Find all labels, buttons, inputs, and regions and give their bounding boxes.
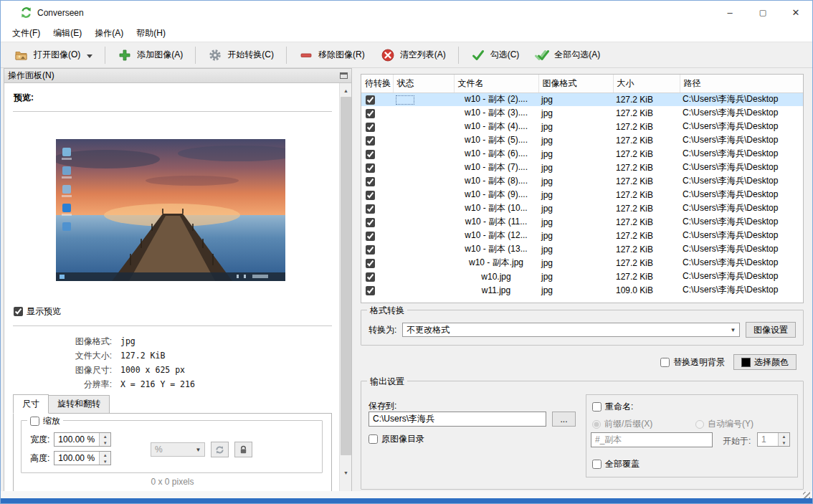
- float-panel-icon[interactable]: [340, 72, 348, 79]
- height-spinbox[interactable]: 100.00 % ▲▼: [54, 451, 111, 465]
- width-spinbox[interactable]: 100.00 % ▲▼: [54, 432, 111, 447]
- header-image-format[interactable]: 图像格式: [538, 75, 613, 92]
- menu-item-edit[interactable]: 编辑(E): [47, 25, 88, 42]
- file-path: C:\Users\李海兵\Desktop: [680, 201, 803, 215]
- format-conversion-group: 格式转换 转换为: 不更改格式 ▼ 图像设置: [361, 310, 804, 346]
- reset-dimensions-button[interactable]: [211, 442, 229, 457]
- rename-checkbox[interactable]: [592, 402, 602, 412]
- file-checkbox[interactable]: [366, 218, 375, 227]
- choose-color-button[interactable]: 选择颜色: [733, 354, 797, 370]
- width-spin-up-icon[interactable]: ▲: [100, 433, 110, 439]
- file-row[interactable]: w10 - 副本 (2).... jpg 127.2 KiB C:\Users\…: [361, 92, 803, 106]
- file-row[interactable]: w10 - 副本 (8).... jpg 127.2 KiB C:\Users\…: [361, 174, 803, 188]
- menu-item-help[interactable]: 帮助(H): [130, 25, 172, 42]
- file-checkbox[interactable]: [366, 163, 375, 173]
- file-checkbox[interactable]: [366, 204, 375, 214]
- file-row[interactable]: w11.jpg jpg 109.0 KiB C:\Users\李海兵\Deskt…: [361, 283, 803, 297]
- start-at-spinbox[interactable]: 1 ▲▼: [757, 432, 790, 447]
- maximize-button[interactable]: ▢: [746, 1, 779, 24]
- minus-icon: [299, 48, 313, 62]
- start-at-up-icon[interactable]: ▲: [779, 433, 789, 439]
- rename-box: 重命名: 前缀/后缀(X) 自动编号(Y) 开始于: 1 ▲▼ 全部覆盖: [586, 394, 798, 477]
- tab-rotate-flip[interactable]: 旋转和翻转: [48, 395, 110, 414]
- resize-grip[interactable]: [803, 492, 810, 498]
- open-images-button[interactable]: 打开图像(O): [6, 44, 100, 66]
- clear-cross-icon: [381, 48, 395, 62]
- header-filename[interactable]: 文件名: [454, 75, 538, 92]
- file-checkbox[interactable]: [366, 123, 375, 132]
- file-name: w10 - 副本 (10...: [454, 201, 538, 215]
- show-preview-checkbox[interactable]: [14, 307, 23, 316]
- unit-combobox[interactable]: % ▼: [151, 442, 205, 457]
- close-button[interactable]: ✕: [779, 1, 812, 24]
- file-checkbox[interactable]: [366, 177, 375, 186]
- file-checkbox[interactable]: [366, 136, 375, 146]
- file-format: jpg: [538, 229, 613, 242]
- add-images-button[interactable]: 添加图像(A): [110, 44, 191, 66]
- rename-pattern-input[interactable]: [591, 432, 713, 447]
- file-row[interactable]: w10 - 副本 (9).... jpg 127.2 KiB C:\Users\…: [361, 188, 803, 201]
- scroll-down-icon[interactable]: ▼: [340, 467, 352, 479]
- file-size: 127.2 KiB: [613, 242, 680, 256]
- height-spin-up-icon[interactable]: ▲: [100, 452, 110, 458]
- actions-panel-header[interactable]: 操作面板(N): [4, 69, 351, 83]
- start-at-down-icon[interactable]: ▼: [779, 439, 789, 446]
- scroll-up-icon[interactable]: ▲: [340, 85, 352, 97]
- scale-checkbox[interactable]: [30, 417, 39, 426]
- image-settings-button[interactable]: 图像设置: [746, 322, 796, 338]
- lock-aspect-ratio-button[interactable]: [234, 442, 252, 457]
- add-images-label: 添加图像(A): [137, 49, 183, 61]
- header-status[interactable]: 状态: [393, 75, 454, 92]
- source-dir-checkbox[interactable]: [369, 434, 378, 444]
- check-all-button[interactable]: 全部勾选(A): [527, 44, 608, 66]
- height-spin-down-icon[interactable]: ▼: [100, 458, 110, 465]
- save-to-input[interactable]: [369, 412, 546, 427]
- file-row[interactable]: w10 - 副本 (5).... jpg 127.2 KiB C:\Users\…: [361, 133, 803, 147]
- header-to-convert[interactable]: 待转换: [361, 75, 393, 92]
- file-checkbox[interactable]: [366, 95, 375, 105]
- file-row[interactable]: w10 - 副本 (10... jpg 127.2 KiB C:\Users\李…: [361, 201, 803, 215]
- minimize-button[interactable]: –: [713, 1, 746, 24]
- file-checkbox[interactable]: [366, 245, 375, 255]
- menu-item-actions[interactable]: 操作(A): [88, 25, 130, 42]
- header-path[interactable]: 路径: [680, 75, 803, 92]
- file-row[interactable]: w10 - 副本 (11... jpg 127.2 KiB C:\Users\李…: [361, 215, 803, 229]
- file-path: C:\Users\李海兵\Desktop: [680, 215, 803, 229]
- open-dropdown-arrow-icon[interactable]: [87, 54, 92, 58]
- replace-transparent-checkbox[interactable]: [660, 358, 670, 367]
- file-row[interactable]: w10 - 副本 (13... jpg 127.2 KiB C:\Users\李…: [361, 242, 803, 256]
- scrollbar-thumb[interactable]: [341, 97, 351, 455]
- tab-dimensions[interactable]: 尺寸: [13, 394, 49, 414]
- file-checkbox[interactable]: [366, 272, 375, 282]
- check-button[interactable]: 勾选(C): [463, 44, 528, 66]
- clear-list-button[interactable]: 清空列表(A): [373, 44, 454, 66]
- file-row-status-cell: [393, 106, 454, 120]
- start-conversion-button[interactable]: 开始转换(C): [200, 44, 282, 66]
- file-row[interactable]: w10 - 副本 (12... jpg 127.2 KiB C:\Users\李…: [361, 229, 803, 242]
- browse-button[interactable]: ...: [552, 412, 576, 427]
- file-row[interactable]: w10 - 副本.jpg jpg 127.2 KiB C:\Users\李海兵\…: [361, 256, 803, 270]
- file-checkbox[interactable]: [366, 259, 375, 268]
- header-size[interactable]: 大小: [613, 75, 680, 92]
- output-format-combobox[interactable]: 不更改格式 ▼: [402, 323, 740, 337]
- prefix-suffix-radio[interactable]: [592, 420, 601, 429]
- auto-number-radio[interactable]: [695, 420, 704, 429]
- width-spin-down-icon[interactable]: ▼: [100, 439, 110, 446]
- menu-item-file[interactable]: 文件(F): [6, 25, 47, 42]
- file-checkbox[interactable]: [366, 286, 375, 295]
- file-row[interactable]: w10 - 副本 (7).... jpg 127.2 KiB C:\Users\…: [361, 161, 803, 174]
- file-row[interactable]: w10 - 副本 (4).... jpg 127.2 KiB C:\Users\…: [361, 120, 803, 133]
- overwrite-checkbox[interactable]: [592, 460, 602, 469]
- remove-images-button[interactable]: 移除图像(R): [291, 44, 373, 66]
- file-checkbox[interactable]: [366, 232, 375, 241]
- file-row[interactable]: w10.jpg jpg 127.2 KiB C:\Users\李海兵\Deskt…: [361, 270, 803, 283]
- file-checkbox[interactable]: [366, 109, 375, 118]
- rename-row: 重命名:: [592, 401, 633, 413]
- image-info: 图像格式:jpg 文件大小:127.2 KiB 图像尺寸:1000 x 625 …: [4, 334, 339, 391]
- file-row[interactable]: w10 - 副本 (3).... jpg 127.2 KiB C:\Users\…: [361, 106, 803, 120]
- file-checkbox[interactable]: [366, 191, 375, 200]
- file-checkbox[interactable]: [366, 150, 375, 159]
- file-row[interactable]: w10 - 副本 (6).... jpg 127.2 KiB C:\Users\…: [361, 147, 803, 161]
- file-name: w11.jpg: [454, 283, 538, 297]
- panel-scrollbar[interactable]: ▲ ▼: [339, 83, 351, 495]
